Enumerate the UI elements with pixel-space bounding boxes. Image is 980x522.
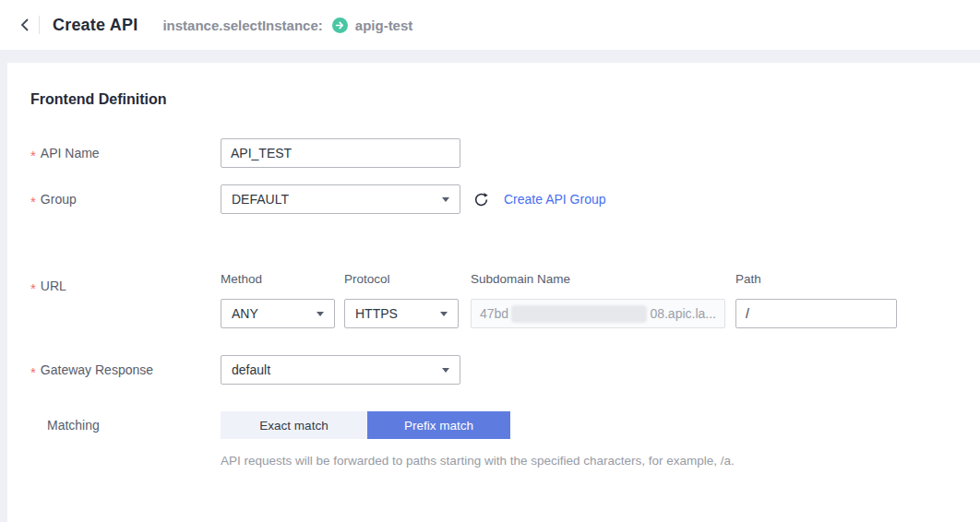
api-name-input[interactable]	[221, 138, 460, 168]
required-marker: *	[30, 148, 36, 163]
subdomain-value-suffix: 08.apic.la...	[650, 306, 716, 321]
group-row: * Group DEFAULT Create API Group	[30, 184, 980, 214]
required-marker: *	[30, 194, 36, 209]
group-label: * Group	[30, 184, 221, 214]
back-chevron-icon	[18, 18, 31, 32]
gateway-response-label: * Gateway Response	[30, 355, 221, 385]
header-divider	[39, 16, 40, 34]
protocol-select[interactable]: HTTPS	[344, 299, 459, 328]
subdomain-name-field: 47bd 08.apic.la...	[471, 299, 725, 328]
frontend-definition-card: Frontend Definition * API Name * Group D…	[7, 63, 980, 522]
url-label: * URL	[30, 272, 221, 328]
method-select-value: ANY	[232, 306, 258, 321]
matching-row: Matching Exact match Prefix match	[30, 411, 980, 439]
matching-segmented-control: Exact match Prefix match	[221, 411, 510, 439]
exact-match-button[interactable]: Exact match	[221, 411, 367, 439]
create-api-group-link[interactable]: Create API Group	[504, 192, 606, 207]
group-select[interactable]: DEFAULT	[221, 184, 460, 214]
prefix-match-button[interactable]: Prefix match	[367, 411, 510, 439]
section-title: Frontend Definition	[30, 91, 980, 108]
page-title: Create API	[53, 16, 137, 35]
dropdown-caret-icon	[442, 197, 449, 202]
required-marker: *	[30, 364, 36, 380]
matching-help-text: API requests will be forwarded to paths …	[221, 454, 735, 468]
instance-select-label: instance.selectInstance:	[162, 18, 322, 33]
gateway-response-select[interactable]: default	[221, 355, 460, 385]
subdomain-value-prefix: 47bd	[480, 306, 508, 321]
dropdown-caret-icon	[317, 312, 324, 316]
instance-running-status-icon	[332, 18, 348, 33]
protocol-label: Protocol	[344, 272, 459, 286]
method-label: Method	[221, 272, 335, 286]
back-button[interactable]	[13, 13, 37, 37]
matching-help-row: API requests will be forwarded to paths …	[30, 454, 980, 468]
dropdown-caret-icon	[442, 368, 449, 373]
refresh-groups-button[interactable]	[472, 191, 490, 208]
path-input[interactable]	[735, 299, 897, 328]
protocol-column: Protocol HTTPS	[344, 272, 459, 328]
dropdown-caret-icon	[440, 312, 448, 316]
create-api-page: Create API instance.selectInstance: apig…	[0, 0, 980, 522]
matching-label: Matching	[30, 411, 221, 439]
group-select-value: DEFAULT	[232, 192, 289, 207]
method-column: Method ANY	[221, 272, 335, 328]
gateway-response-select-value: default	[232, 362, 270, 377]
method-select[interactable]: ANY	[221, 299, 335, 328]
instance-name: apig-test	[355, 18, 413, 33]
breadcrumb: instance.selectInstance: apig-test	[162, 18, 412, 33]
page-header: Create API instance.selectInstance: apig…	[0, 0, 980, 50]
required-marker: *	[30, 280, 36, 296]
url-row: * URL Method ANY Protocol HTTPS	[30, 272, 980, 328]
refresh-icon	[472, 191, 490, 208]
redaction-mask	[511, 305, 647, 323]
path-label: Path	[735, 272, 897, 286]
gateway-response-row: * Gateway Response default	[30, 355, 980, 385]
api-name-label: * API Name	[30, 138, 221, 168]
api-name-row: * API Name	[30, 138, 980, 168]
subdomain-column: Subdomain Name 47bd 08.apic.la...	[471, 272, 725, 328]
protocol-select-value: HTTPS	[355, 306, 398, 321]
path-column: Path	[735, 272, 897, 328]
subdomain-name-label: Subdomain Name	[471, 272, 725, 286]
